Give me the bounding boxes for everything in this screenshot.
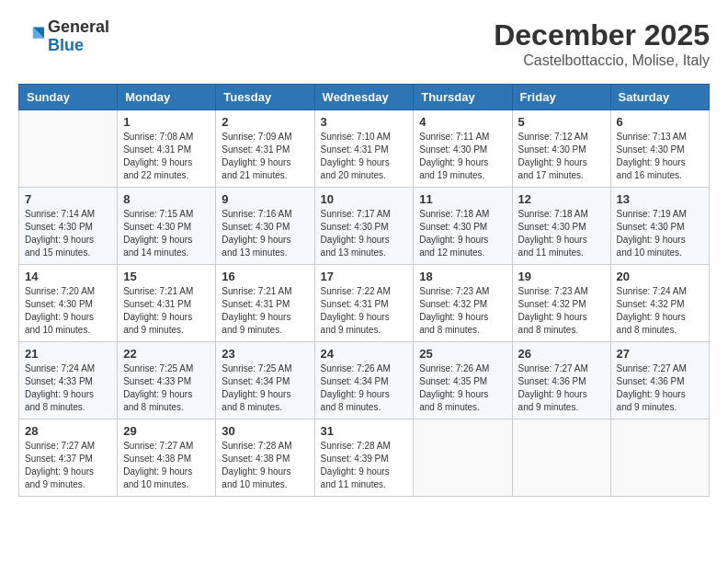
- day-info: Sunrise: 7:24 AM Sunset: 4:33 PM Dayligh…: [25, 362, 111, 414]
- calendar-cell: 8Sunrise: 7:15 AM Sunset: 4:30 PM Daylig…: [118, 188, 216, 265]
- calendar-dow-tuesday: Tuesday: [216, 85, 314, 110]
- day-number: 9: [222, 192, 308, 206]
- calendar-cell: 12Sunrise: 7:18 AM Sunset: 4:30 PM Dayli…: [512, 188, 610, 265]
- day-info: Sunrise: 7:22 AM Sunset: 4:31 PM Dayligh…: [321, 285, 408, 337]
- day-number: 13: [617, 192, 703, 206]
- calendar-week-row: 7Sunrise: 7:14 AM Sunset: 4:30 PM Daylig…: [19, 188, 710, 265]
- calendar-cell: 22Sunrise: 7:25 AM Sunset: 4:33 PM Dayli…: [118, 342, 216, 419]
- calendar-cell: [414, 419, 512, 497]
- location-title: Castelbottaccio, Molise, Italy: [494, 52, 710, 69]
- day-info: Sunrise: 7:28 AM Sunset: 4:38 PM Dayligh…: [222, 440, 308, 491]
- day-number: 7: [25, 192, 111, 206]
- logo-icon: [18, 24, 44, 50]
- day-number: 16: [222, 270, 308, 283]
- calendar-cell: 2Sunrise: 7:09 AM Sunset: 4:31 PM Daylig…: [216, 110, 314, 188]
- calendar-cell: 19Sunrise: 7:23 AM Sunset: 4:32 PM Dayli…: [512, 265, 610, 342]
- day-info: Sunrise: 7:27 AM Sunset: 4:36 PM Dayligh…: [518, 362, 605, 414]
- day-info: Sunrise: 7:27 AM Sunset: 4:36 PM Dayligh…: [617, 362, 703, 414]
- calendar-cell: 7Sunrise: 7:14 AM Sunset: 4:30 PM Daylig…: [19, 188, 118, 265]
- calendar-cell: 30Sunrise: 7:28 AM Sunset: 4:38 PM Dayli…: [216, 419, 314, 497]
- calendar-cell: 24Sunrise: 7:26 AM Sunset: 4:34 PM Dayli…: [314, 342, 414, 419]
- calendar-week-row: 1Sunrise: 7:08 AM Sunset: 4:31 PM Daylig…: [19, 110, 710, 188]
- calendar-dow-saturday: Saturday: [610, 85, 709, 110]
- logo: General Blue: [18, 18, 109, 55]
- day-info: Sunrise: 7:25 AM Sunset: 4:34 PM Dayligh…: [222, 362, 308, 414]
- day-number: 26: [518, 347, 605, 361]
- calendar-cell: 4Sunrise: 7:11 AM Sunset: 4:30 PM Daylig…: [414, 110, 512, 188]
- day-info: Sunrise: 7:15 AM Sunset: 4:30 PM Dayligh…: [123, 208, 210, 259]
- day-number: 18: [419, 270, 506, 283]
- day-number: 14: [25, 270, 111, 283]
- day-number: 2: [222, 115, 308, 129]
- day-number: 21: [25, 347, 111, 361]
- calendar-cell: 31Sunrise: 7:28 AM Sunset: 4:39 PM Dayli…: [314, 419, 414, 497]
- calendar-cell: 26Sunrise: 7:27 AM Sunset: 4:36 PM Dayli…: [512, 342, 610, 419]
- day-info: Sunrise: 7:25 AM Sunset: 4:33 PM Dayligh…: [123, 362, 210, 414]
- calendar-cell: 3Sunrise: 7:10 AM Sunset: 4:31 PM Daylig…: [314, 110, 414, 188]
- day-info: Sunrise: 7:09 AM Sunset: 4:31 PM Dayligh…: [222, 131, 308, 182]
- calendar-week-row: 21Sunrise: 7:24 AM Sunset: 4:33 PM Dayli…: [19, 342, 710, 419]
- calendar-cell: 28Sunrise: 7:27 AM Sunset: 4:37 PM Dayli…: [19, 419, 118, 497]
- calendar-cell: [512, 419, 610, 497]
- day-info: Sunrise: 7:08 AM Sunset: 4:31 PM Dayligh…: [123, 131, 210, 182]
- day-info: Sunrise: 7:28 AM Sunset: 4:39 PM Dayligh…: [321, 440, 408, 491]
- day-number: 6: [617, 115, 703, 129]
- day-info: Sunrise: 7:21 AM Sunset: 4:31 PM Dayligh…: [123, 285, 210, 337]
- day-info: Sunrise: 7:26 AM Sunset: 4:35 PM Dayligh…: [419, 362, 506, 414]
- day-info: Sunrise: 7:27 AM Sunset: 4:38 PM Dayligh…: [123, 440, 210, 491]
- day-number: 4: [419, 115, 506, 129]
- day-number: 20: [617, 270, 703, 283]
- day-number: 17: [321, 270, 408, 283]
- day-info: Sunrise: 7:24 AM Sunset: 4:32 PM Dayligh…: [617, 285, 703, 337]
- day-info: Sunrise: 7:12 AM Sunset: 4:30 PM Dayligh…: [518, 131, 605, 182]
- calendar-cell: 10Sunrise: 7:17 AM Sunset: 4:30 PM Dayli…: [314, 188, 414, 265]
- calendar-cell: 18Sunrise: 7:23 AM Sunset: 4:32 PM Dayli…: [414, 265, 512, 342]
- day-info: Sunrise: 7:23 AM Sunset: 4:32 PM Dayligh…: [419, 285, 506, 337]
- calendar-cell: 11Sunrise: 7:18 AM Sunset: 4:30 PM Dayli…: [414, 188, 512, 265]
- day-number: 10: [321, 192, 408, 206]
- day-number: 3: [321, 115, 408, 129]
- calendar-table: SundayMondayTuesdayWednesdayThursdayFrid…: [18, 84, 710, 497]
- calendar-week-row: 14Sunrise: 7:20 AM Sunset: 4:30 PM Dayli…: [19, 265, 710, 342]
- day-number: 29: [123, 424, 210, 438]
- day-info: Sunrise: 7:14 AM Sunset: 4:30 PM Dayligh…: [25, 208, 111, 259]
- calendar-cell: 16Sunrise: 7:21 AM Sunset: 4:31 PM Dayli…: [216, 265, 314, 342]
- day-info: Sunrise: 7:11 AM Sunset: 4:30 PM Dayligh…: [419, 131, 506, 182]
- calendar-dow-friday: Friday: [512, 85, 610, 110]
- day-number: 24: [321, 347, 408, 361]
- day-info: Sunrise: 7:23 AM Sunset: 4:32 PM Dayligh…: [518, 285, 605, 337]
- calendar-header-row: SundayMondayTuesdayWednesdayThursdayFrid…: [19, 85, 710, 110]
- calendar-dow-wednesday: Wednesday: [314, 85, 414, 110]
- day-number: 12: [518, 192, 605, 206]
- day-number: 22: [123, 347, 210, 361]
- day-number: 15: [123, 270, 210, 283]
- calendar-cell: 15Sunrise: 7:21 AM Sunset: 4:31 PM Dayli…: [118, 265, 216, 342]
- calendar-cell: 29Sunrise: 7:27 AM Sunset: 4:38 PM Dayli…: [118, 419, 216, 497]
- calendar-dow-monday: Monday: [118, 85, 216, 110]
- day-number: 23: [222, 347, 308, 361]
- calendar-cell: [610, 419, 709, 497]
- day-info: Sunrise: 7:21 AM Sunset: 4:31 PM Dayligh…: [222, 285, 308, 337]
- day-number: 31: [321, 424, 408, 438]
- calendar-cell: 25Sunrise: 7:26 AM Sunset: 4:35 PM Dayli…: [414, 342, 512, 419]
- calendar-cell: 5Sunrise: 7:12 AM Sunset: 4:30 PM Daylig…: [512, 110, 610, 188]
- title-block: December 2025 Castelbottaccio, Molise, I…: [494, 18, 710, 69]
- calendar-cell: 21Sunrise: 7:24 AM Sunset: 4:33 PM Dayli…: [19, 342, 118, 419]
- calendar-cell: [19, 110, 118, 188]
- calendar-cell: 20Sunrise: 7:24 AM Sunset: 4:32 PM Dayli…: [610, 265, 709, 342]
- day-info: Sunrise: 7:27 AM Sunset: 4:37 PM Dayligh…: [25, 440, 111, 491]
- day-number: 1: [123, 115, 210, 129]
- calendar-dow-thursday: Thursday: [414, 85, 512, 110]
- calendar-cell: 1Sunrise: 7:08 AM Sunset: 4:31 PM Daylig…: [118, 110, 216, 188]
- day-number: 8: [123, 192, 210, 206]
- calendar-cell: 23Sunrise: 7:25 AM Sunset: 4:34 PM Dayli…: [216, 342, 314, 419]
- day-info: Sunrise: 7:10 AM Sunset: 4:31 PM Dayligh…: [321, 131, 408, 182]
- day-info: Sunrise: 7:19 AM Sunset: 4:30 PM Dayligh…: [617, 208, 703, 259]
- calendar-week-row: 28Sunrise: 7:27 AM Sunset: 4:37 PM Dayli…: [19, 419, 710, 497]
- day-info: Sunrise: 7:18 AM Sunset: 4:30 PM Dayligh…: [518, 208, 605, 259]
- day-number: 30: [222, 424, 308, 438]
- calendar-cell: 17Sunrise: 7:22 AM Sunset: 4:31 PM Dayli…: [314, 265, 414, 342]
- day-info: Sunrise: 7:18 AM Sunset: 4:30 PM Dayligh…: [419, 208, 506, 259]
- day-number: 28: [25, 424, 111, 438]
- day-number: 27: [617, 347, 703, 361]
